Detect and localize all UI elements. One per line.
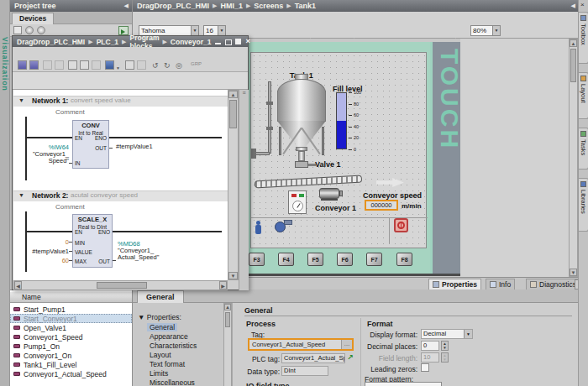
import-icon[interactable] xyxy=(118,26,129,35)
pump-icon[interactable] xyxy=(275,220,293,232)
scroll-up-icon[interactable]: ▲ xyxy=(570,39,577,47)
ladder-editor[interactable]: ▼ Network 1: convert speed value Comment… xyxy=(13,90,228,280)
plc-breadcrumb-plc[interactable]: PLC_1 xyxy=(97,38,118,46)
list-item[interactable]: Start_Pump1 xyxy=(10,305,132,314)
format-pattern-field[interactable] xyxy=(365,382,442,386)
nav-item-text-format[interactable]: Text format xyxy=(150,360,185,368)
delete-network-icon[interactable] xyxy=(29,60,39,70)
chevron-down-icon[interactable]: ▼ xyxy=(218,26,225,35)
network2-title[interactable]: Network 2: xyxy=(32,191,68,200)
valve-label[interactable]: Valve 1 xyxy=(315,160,341,169)
collapse-network-icon[interactable]: ▼ xyxy=(18,97,24,103)
conveyor-label[interactable]: Conveyor 1 xyxy=(315,204,356,212)
network1-title[interactable]: Network 1: xyxy=(32,96,68,105)
stop-button[interactable] xyxy=(394,218,408,232)
nav-root[interactable]: ▼ Properties: xyxy=(138,313,181,321)
visualization-tab[interactable]: Visualization xyxy=(1,37,9,91)
edit-icon[interactable] xyxy=(43,60,52,70)
scroll-thumb[interactable] xyxy=(570,49,576,82)
scale-x-block[interactable]: SCALE_X Real to DInt EN ENO MIN VALUE MA… xyxy=(72,214,113,268)
maximize-icon[interactable] xyxy=(234,38,242,45)
tab-devices[interactable]: Devices xyxy=(12,13,54,24)
list-item[interactable]: Conveyor1_On xyxy=(10,351,132,360)
conveyor-belt-graphic[interactable] xyxy=(255,175,362,189)
editor-vscrollbar[interactable]: ▲ ▼ xyxy=(569,39,578,277)
minimize-icon[interactable] xyxy=(214,38,222,45)
absolute-operands-icon[interactable] xyxy=(105,60,114,70)
operand-conveyor1-speed[interactable]: %IW64 "Conveyor1_ Speed" xyxy=(13,144,69,164)
network2-comment[interactable]: Comment xyxy=(55,203,85,211)
fill-level-bar[interactable] xyxy=(336,92,347,149)
conveyor-speed-label[interactable]: Conveyor speed xyxy=(363,191,422,200)
io-field-selected[interactable]: 000000 xyxy=(365,200,398,211)
redo-icon[interactable]: ↻ xyxy=(164,61,171,70)
plc-vscrollbar[interactable]: ▲ ▼ xyxy=(228,90,239,280)
operand-tempvalue1[interactable]: #tempValue1 xyxy=(116,143,153,150)
list-item[interactable]: Tank1_Fill_Level xyxy=(10,360,132,369)
network2-subtitle[interactable]: acutal conveyor speed xyxy=(71,191,138,199)
status-icon[interactable] xyxy=(137,60,146,70)
tab-general[interactable]: General xyxy=(137,290,184,303)
scroll-up-icon[interactable]: ▲ xyxy=(228,91,238,98)
favorites-icon[interactable] xyxy=(125,60,134,70)
constant-min[interactable]: 0 xyxy=(44,239,69,246)
nav-item-appearance[interactable]: Appearance xyxy=(150,332,188,341)
scroll-down-icon[interactable]: ▼ xyxy=(570,269,577,276)
tab-toolbox[interactable]: Toolbox xyxy=(579,12,588,64)
go-online-icon[interactable] xyxy=(25,26,34,34)
go-offline-icon[interactable] xyxy=(37,26,45,34)
list-item[interactable]: Conveyor1_Speed xyxy=(10,332,132,342)
tag-field-highlighted[interactable]: Conveyor1_Actual_Speed … xyxy=(248,338,354,351)
fkey-f7[interactable]: F7 xyxy=(366,253,382,266)
network1-comment[interactable]: Comment xyxy=(55,108,85,116)
edit-icon[interactable] xyxy=(55,60,64,70)
new-object-icon[interactable] xyxy=(13,26,22,34)
conv-block[interactable]: CONV Int to Real EN ENO OUT IN xyxy=(72,120,109,169)
scroll-up-icon[interactable]: ▲ xyxy=(224,304,231,310)
chevron-down-icon[interactable]: ▼ xyxy=(464,330,472,338)
scroll-down-icon[interactable]: ▼ xyxy=(228,272,238,279)
breadcrumb-scroll-icon[interactable]: ◀ xyxy=(571,3,575,9)
nav-scrollbar[interactable]: ▲ xyxy=(223,303,232,386)
tab-diagnostics[interactable]: Diagnostics xyxy=(526,279,580,290)
fkey-f8[interactable]: F8 xyxy=(396,253,412,266)
network1-subtitle[interactable]: convert speed value xyxy=(71,96,131,104)
goto-plc-tag-icon[interactable]: ↗ xyxy=(347,353,354,362)
tab-tasks[interactable]: Tasks xyxy=(579,128,588,170)
hmi-screen[interactable]: Tank 1 Valve 1 xyxy=(250,52,427,248)
breadcrumb-project[interactable]: DragDrop_PLC_HMI xyxy=(137,2,209,10)
scroll-thumb[interactable] xyxy=(97,282,147,289)
close-icon[interactable]: × xyxy=(580,1,585,8)
grp-icon[interactable]: GRP xyxy=(191,61,202,66)
tab-info[interactable]: Info xyxy=(486,279,515,290)
monitor-icon[interactable]: ◎ xyxy=(176,61,182,70)
fkey-f5[interactable]: F5 xyxy=(307,253,323,266)
operands-dropdown-icon[interactable]: ▼ xyxy=(116,63,120,71)
chevron-down-icon[interactable]: ▼ xyxy=(191,26,198,35)
browse-button[interactable]: … xyxy=(341,340,352,349)
data-type-value[interactable]: DInt xyxy=(281,366,328,376)
nav-item-layout[interactable]: Layout xyxy=(150,351,171,359)
collapse-left-icon[interactable]: ◀ xyxy=(124,3,129,9)
user-icon[interactable] xyxy=(255,221,262,235)
tab-properties[interactable]: Properties xyxy=(428,279,481,290)
fkey-f4[interactable]: F4 xyxy=(278,253,294,266)
list-item-selected[interactable]: Start_Conveyor1 xyxy=(10,314,132,323)
fkey-f3[interactable]: F3 xyxy=(249,253,265,266)
scroll-thumb[interactable] xyxy=(225,312,230,327)
collapse-network-icon[interactable]: ▼ xyxy=(18,192,24,198)
tab-layout[interactable]: Layout xyxy=(579,72,588,119)
nav-item-general[interactable]: General xyxy=(147,323,177,331)
direction-arrow-graphic[interactable] xyxy=(376,177,404,188)
valve-graphic[interactable] xyxy=(295,161,308,168)
undo-icon[interactable]: ↺ xyxy=(152,61,159,70)
decimal-places-field[interactable]: 0 xyxy=(421,341,439,351)
tab-libraries[interactable]: Libraries xyxy=(579,178,588,232)
scroll-left-icon[interactable]: ◀ xyxy=(14,281,22,290)
motor-graphic[interactable] xyxy=(319,188,339,199)
zoom-select[interactable]: 80% ▼ xyxy=(470,25,501,36)
plc-window-titlebar[interactable]: DragDrop_PLC_HMI ▶ PLC_1 ▶ Program block… xyxy=(13,36,248,47)
expand-networks-icon[interactable] xyxy=(68,60,77,70)
restore-icon[interactable] xyxy=(224,38,232,45)
plc-breadcrumb-project[interactable]: DragDrop_PLC_HMI xyxy=(17,38,85,46)
